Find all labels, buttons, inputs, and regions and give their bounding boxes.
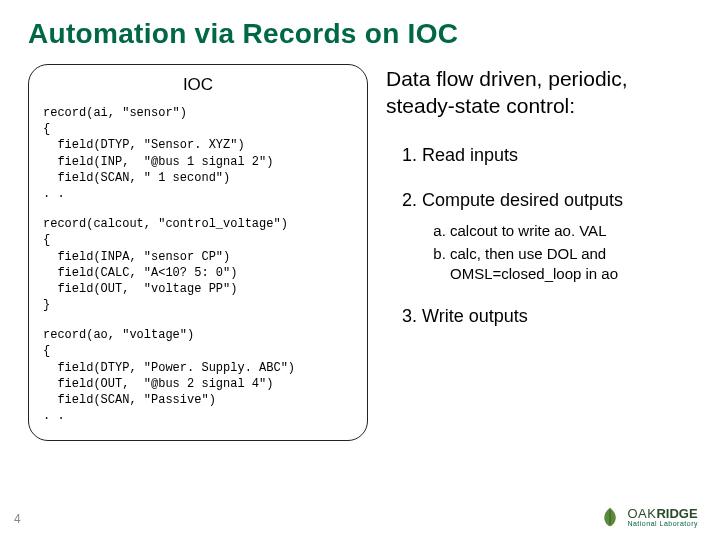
list-item-1: Read inputs [422, 144, 692, 167]
logo-ridge: RIDGE [656, 506, 697, 521]
content-row: IOC record(ai, "sensor") { field(DTYP, "… [28, 64, 692, 441]
list-item-2: Compute desired outputs calcout to write… [422, 189, 692, 283]
sub-item-b: calc, then use DOL and OMSL=closed_loop … [450, 244, 692, 283]
leaf-icon [599, 506, 621, 528]
logo-oak: OAK [627, 506, 656, 521]
right-column: Data flow driven, periodic, steady-state… [386, 64, 692, 441]
logo-sub: National Laboratory [627, 520, 698, 527]
headline: Data flow driven, periodic, steady-state… [386, 66, 692, 120]
logo: OAKRIDGE National Laboratory [599, 506, 698, 528]
sub-item-a: calcout to write ao. VAL [450, 221, 692, 241]
main-list: Read inputs Compute desired outputs calc… [386, 144, 692, 329]
code-block-voltage: record(ao, "voltage") { field(DTYP, "Pow… [43, 327, 353, 424]
page-number: 4 [14, 512, 21, 526]
list-item-3-text: Write outputs [422, 306, 528, 326]
ioc-box: IOC record(ai, "sensor") { field(DTYP, "… [28, 64, 368, 441]
slide: Automation via Records on IOC IOC record… [0, 0, 720, 540]
code-block-sensor: record(ai, "sensor") { field(DTYP, "Sens… [43, 105, 353, 202]
list-item-2-text: Compute desired outputs [422, 190, 623, 210]
sub-list: calcout to write ao. VAL calc, then use … [422, 221, 692, 284]
list-item-3: Write outputs [422, 305, 692, 328]
logo-main: OAKRIDGE [627, 507, 698, 520]
ioc-label: IOC [43, 75, 353, 95]
slide-title: Automation via Records on IOC [28, 18, 692, 50]
logo-text: OAKRIDGE National Laboratory [627, 507, 698, 527]
code-block-calcout: record(calcout, "control_voltage") { fie… [43, 216, 353, 313]
list-item-1-text: Read inputs [422, 145, 518, 165]
